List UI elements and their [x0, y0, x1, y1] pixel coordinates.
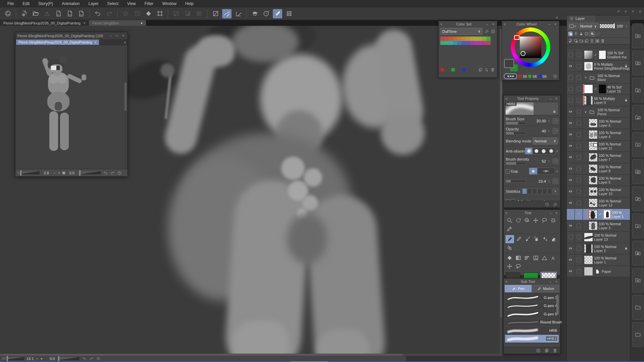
zoom-out-button[interactable]: −: [36, 357, 38, 361]
layer-select-cell[interactable]: [575, 118, 583, 129]
layer-thumbnail[interactable]: [589, 153, 598, 162]
layer-row-penni[interactable]: ∨100 % NormalPenni: [567, 106, 630, 118]
merge-to-lower-icon[interactable]: [590, 39, 594, 43]
panel-title-bar[interactable]: ≡ Tool – ×: [504, 210, 560, 216]
gap-option-pattern[interactable]: [537, 168, 555, 174]
color-swatch[interactable]: [461, 41, 466, 45]
stabilization-more-button[interactable]: >: [553, 188, 558, 194]
eye-icon[interactable]: [568, 178, 574, 182]
brush-density-slider[interactable]: [506, 162, 526, 165]
layer-row-layer-5[interactable]: 100 % NormalLayer 5: [567, 175, 630, 186]
brush-density-value[interactable]: 52: [535, 159, 546, 163]
gap-selector[interactable]: [529, 168, 555, 175]
spinner-icon[interactable]: [547, 159, 551, 164]
folder-chevron-icon[interactable]: ∨: [584, 110, 587, 114]
rotate-slider[interactable]: [79, 171, 101, 175]
zoom-slider[interactable]: [2, 357, 24, 360]
material-favorites-button[interactable]: [632, 132, 643, 157]
color-swatch[interactable]: [445, 41, 449, 45]
minimize-icon[interactable]: –: [108, 34, 113, 38]
close-icon[interactable]: ×: [554, 211, 558, 215]
layer-visibility-cell[interactable]: [567, 197, 575, 208]
chevron-double-right-icon[interactable]: »: [625, 9, 627, 14]
layer-select-cell[interactable]: [575, 186, 583, 197]
select-checkbox[interactable]: [577, 132, 581, 137]
layer-visibility-cell[interactable]: [567, 186, 575, 197]
close-icon[interactable]: ×: [554, 280, 558, 284]
spinner-icon[interactable]: [547, 179, 551, 184]
export-png-icon[interactable]: png: [65, 9, 75, 18]
panel-menu-icon[interactable]: ≡: [440, 22, 442, 26]
dynamics-button[interactable]: [553, 159, 558, 164]
folder-chevron-icon[interactable]: >: [584, 76, 587, 79]
layer-visibility-cell[interactable]: [567, 61, 575, 72]
duplicate-icon[interactable]: [544, 348, 549, 353]
rotate-right-icon[interactable]: [89, 356, 94, 361]
new-file-icon[interactable]: [19, 9, 29, 18]
layer-select-cell[interactable]: [575, 220, 583, 231]
layer-visibility-cell[interactable]: [567, 118, 575, 129]
dynamics-button[interactable]: [553, 128, 558, 134]
subtool-item-hrb3[interactable]: HRB3: [505, 335, 559, 343]
reset-rotation-icon[interactable]: [96, 356, 101, 361]
select-checkbox[interactable]: [577, 75, 581, 80]
footer-color-swatch[interactable]: [441, 68, 444, 71]
color-swatch[interactable]: [440, 41, 445, 45]
menu-item-view[interactable]: View: [123, 0, 140, 7]
minimize-icon[interactable]: –: [485, 22, 489, 26]
gap-option-dot[interactable]: [529, 168, 537, 174]
enable-mask-icon[interactable]: [590, 31, 595, 37]
hue-marker[interactable]: [514, 35, 519, 40]
snap-curve-icon[interactable]: [222, 9, 232, 18]
lock-transparent-pixels-icon[interactable]: [584, 32, 589, 36]
layer-visibility-cell[interactable]: [567, 266, 575, 277]
color-swatch[interactable]: [453, 37, 457, 41]
layer-row-layer-12[interactable]: 100 % NormalLayer 12: [567, 197, 630, 209]
layer-select-cell[interactable]: [575, 95, 583, 106]
eye-icon[interactable]: [568, 167, 574, 171]
layer-select-cell[interactable]: [575, 254, 583, 265]
color-swatch[interactable]: [487, 41, 491, 45]
reset-zoom-button[interactable]: [62, 172, 65, 174]
layer-row-layer-7[interactable]: 100 % NormalLayer 7: [567, 152, 630, 163]
delete-layer-icon[interactable]: [600, 39, 605, 43]
layer-mask-thumbnail[interactable]: [599, 50, 606, 59]
color-swatch[interactable]: [474, 37, 478, 41]
material-web-button[interactable]: [632, 241, 643, 265]
layer-select-cell[interactable]: [575, 140, 583, 152]
lasso-tool-icon[interactable]: [540, 216, 549, 225]
material-palette-button[interactable]: [632, 322, 643, 347]
panel-title-bar[interactable]: ≡ Tool Property – ×: [504, 96, 560, 101]
visibility-checkbox[interactable]: [568, 53, 573, 57]
wrench-icon[interactable]: [484, 29, 489, 34]
layer-thumbnail[interactable]: [584, 50, 593, 59]
menu-item-help[interactable]: Help: [181, 0, 198, 7]
menu-item-select[interactable]: Select: [103, 0, 122, 7]
reset-rotation-icon[interactable]: [117, 171, 122, 175]
layer-thumbnail[interactable]: [584, 233, 593, 242]
select-checkbox[interactable]: [577, 64, 581, 68]
select-checkbox[interactable]: [577, 87, 581, 91]
close-icon[interactable]: ×: [491, 22, 495, 26]
panel-title-bar[interactable]: ≡ Sub Tool – ×: [504, 279, 560, 284]
color-swatch[interactable]: [449, 37, 453, 41]
panel-menu-icon[interactable]: ≡: [505, 97, 507, 101]
layer-row-layer-11[interactable]: 100 % NormalLayer 11: [567, 140, 630, 152]
zoom-tool-icon[interactable]: [505, 216, 514, 225]
brush-preview[interactable]: HRB3: [505, 102, 559, 115]
layer-select-cell[interactable]: [575, 152, 583, 163]
select-checkbox[interactable]: [577, 167, 581, 171]
pencil-tool-icon[interactable]: [514, 235, 523, 243]
color-swatch[interactable]: [478, 37, 483, 41]
layer-visibility-cell[interactable]: [567, 72, 575, 83]
lock-layer-icon[interactable]: [579, 32, 584, 36]
import-icon[interactable]: [536, 348, 541, 353]
layer-thumbnail[interactable]: [584, 267, 593, 276]
layer-visibility-cell[interactable]: [567, 95, 575, 106]
unlock-icon[interactable]: [552, 109, 557, 114]
snap-ruler-icon[interactable]: [211, 9, 220, 18]
eyedropper-tool-icon[interactable]: [505, 225, 514, 233]
layer-thumbnail[interactable]: [589, 187, 598, 196]
select-checkbox[interactable]: [577, 269, 581, 274]
aa-strong-option[interactable]: [547, 148, 555, 154]
